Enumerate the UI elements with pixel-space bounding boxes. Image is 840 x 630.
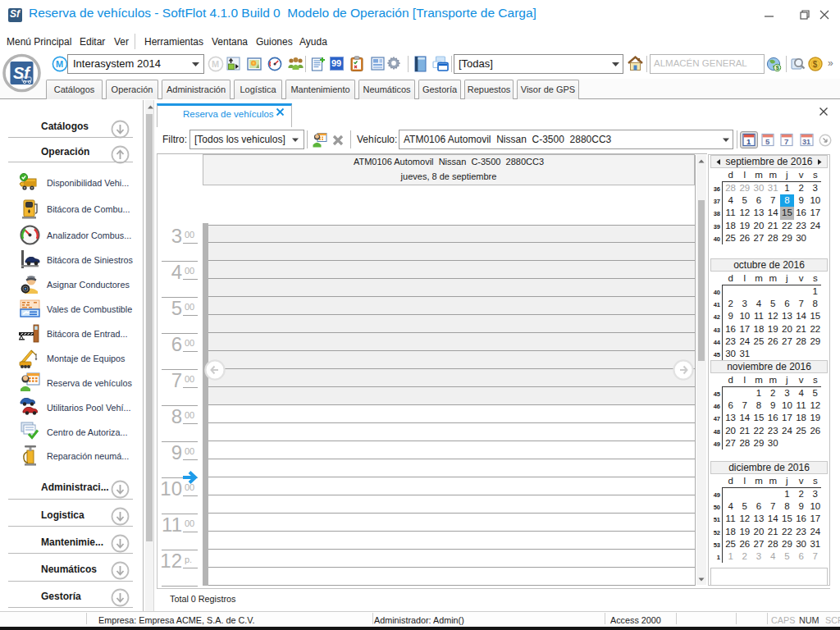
svg-text:7: 7 (784, 137, 788, 146)
svg-text:$: $ (813, 60, 818, 69)
svg-text:5: 5 (765, 137, 770, 146)
svg-text:31: 31 (802, 138, 810, 146)
svg-text:M: M (56, 59, 63, 69)
svg-text:1: 1 (746, 137, 751, 146)
svg-text:M: M (212, 59, 219, 69)
